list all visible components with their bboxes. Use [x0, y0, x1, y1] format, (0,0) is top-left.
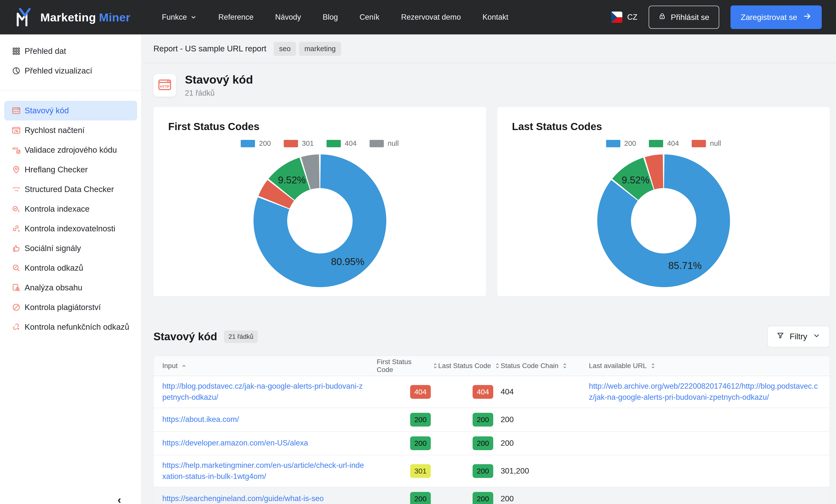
legend-label: 200 [259, 139, 271, 148]
nav-link-funkce[interactable]: Funkce [162, 13, 197, 22]
nav-link-kontakt[interactable]: Kontakt [482, 13, 508, 22]
chevron-down-icon [813, 332, 820, 342]
http-window-icon: HTTP [158, 78, 172, 93]
sidebar-item-kontrola-indexovatelnosti[interactable]: gKontrola indexovatelnosti [0, 219, 141, 238]
report-tags: seomarketing [274, 42, 341, 56]
column-header-first-status-code[interactable]: First Status Code [377, 358, 438, 374]
login-button[interactable]: Přihlásit se [649, 6, 719, 29]
legend-swatch [606, 140, 620, 147]
legend-swatch [284, 140, 298, 147]
sidebar-item-label: Structured Data Checker [24, 185, 114, 194]
filters-button[interactable]: Filtry [767, 326, 830, 347]
column-header-input[interactable]: Input [162, 362, 377, 370]
legend-label: 404 [667, 139, 679, 148]
table-body: http://blog.podstavec.cz/jak-na-google-a… [154, 376, 830, 504]
sidebar-item-anal-za-obsahu[interactable]: Analýza obsahu [0, 278, 141, 297]
sidebar-item-validace-zdrojov-ho-k-du[interactable]: W3CValidace zdrojového kódu [0, 140, 141, 160]
chart-legend: 200404null [497, 139, 830, 148]
sidebar-divider [0, 91, 141, 91]
sidebar-item-label: Kontrola plagiátorství [24, 303, 101, 312]
linksearch-icon [12, 264, 21, 272]
sidebar-item-hreflang-checker[interactable]: Hreflang Checker [0, 160, 141, 179]
locale-code: CZ [627, 13, 637, 22]
nav-link-návody[interactable]: Návody [275, 13, 301, 22]
input-url-link[interactable]: https://developer.amazon.com/en-US/alexa [162, 438, 367, 449]
brand-miner: Miner [99, 11, 131, 24]
pie-icon [12, 66, 21, 75]
legend-item-200: 200 [241, 139, 271, 148]
sidebar-item-stavov-k-d[interactable]: HTTPStavový kód [4, 101, 137, 120]
brokenlink-icon [12, 323, 21, 331]
svg-text:HTTP: HTTP [13, 110, 19, 113]
sidebar-item-structured-data-checker[interactable]: schema.orgStructured Data Checker [0, 179, 141, 199]
input-url-link[interactable]: https://searchengineland.com/guide/what-… [162, 493, 367, 504]
w3c-icon: W3C [12, 146, 21, 154]
first-status-badge: 200 [410, 492, 431, 504]
brand-logo[interactable]: MarketingMiner [14, 8, 130, 26]
sort-ascending-icon [181, 362, 187, 369]
nav-link-blog[interactable]: Blog [323, 13, 338, 22]
legend-item-301: 301 [284, 139, 314, 148]
table-title: Stavový kód [153, 330, 217, 343]
legend-item-null: null [692, 139, 721, 148]
input-url-link[interactable]: http://blog.podstavec.cz/jak-na-google-a… [162, 381, 367, 403]
pin-icon [12, 165, 21, 174]
sidebar-item-p-ehled-vizualizac-[interactable]: Přehled vizualizací [0, 61, 141, 81]
first-status-badge: 301 [410, 464, 431, 478]
sidebar-item-label: Analýza obsahu [24, 283, 82, 292]
input-url-link[interactable]: https://about.ikea.com/ [162, 414, 367, 425]
column-header-last-status-code[interactable]: Last Status Code [438, 362, 501, 370]
legend-swatch [326, 140, 341, 147]
last-status-badge: 200 [473, 492, 493, 504]
sidebar-item-label: Rychlost načtení [24, 125, 84, 135]
sidebar-item-soci-ln-sign-ly[interactable]: Sociální signály [0, 238, 141, 258]
speed-icon [12, 126, 21, 135]
sidebar-item-label: Kontrola indexovatelnosti [24, 224, 115, 233]
legend-label: 200 [624, 139, 636, 148]
sidebar-item-kontrola-plagi-torstv-[interactable]: Kontrola plagiátorství [0, 297, 141, 317]
table-section-header: Stavový kód 21 řádků Filtry [153, 326, 830, 347]
slice-percentage-label: 9.52% [622, 174, 649, 186]
sidebar-item-kontrola-odkaz-[interactable]: Kontrola odkazů [0, 258, 141, 278]
nav-link-ceník[interactable]: Ceník [360, 13, 379, 22]
czech-flag-icon [611, 12, 622, 23]
last-status-codes-card: Last Status Codes 200404null 85.71%9.52% [497, 107, 830, 296]
schema-icon: schema.org [12, 185, 21, 194]
nav-link-rezervovat-demo[interactable]: Rezervovat demo [401, 13, 461, 22]
table-row: https://developer.amazon.com/en-US/alexa… [154, 432, 830, 455]
column-header-status-code-chain[interactable]: Status Code Chain [501, 362, 589, 370]
slice-percentage-label: 85.71% [668, 260, 702, 271]
thumb-icon [12, 244, 21, 253]
locale-switcher[interactable]: CZ [611, 12, 637, 23]
sidebar-collapse-button[interactable]: ‹ [117, 494, 121, 504]
legend-swatch [241, 140, 255, 147]
top-navbar: MarketingMiner FunkceReferenceNávodyBlog… [0, 0, 836, 34]
arrow-right-icon [803, 12, 812, 22]
first-status-badge: 200 [410, 437, 431, 450]
nav-link-reference[interactable]: Reference [218, 13, 253, 22]
sidebar-overview-list: Přehled datPřehled vizualizací [0, 41, 141, 81]
sidebar-item-kontrola-indexace[interactable]: gKontrola indexace [0, 199, 141, 219]
status-code-chain: 200 [501, 434, 589, 452]
page-row-count: 21 řádků [185, 89, 253, 98]
legend-item-200: 200 [606, 139, 636, 148]
legend-swatch [369, 140, 384, 147]
primary-nav: FunkceReferenceNávodyBlogCeníkRezervovat… [162, 13, 508, 22]
sidebar-item-kontrola-nefunk-n-ch-odkaz-[interactable]: Kontrola nefunkčních odkazů [0, 317, 141, 337]
login-label: Přihlásit se [671, 13, 709, 22]
signup-button[interactable]: Zaregistrovat se [730, 5, 822, 29]
input-url-link[interactable]: https://help.marketingminer.com/en-us/ar… [162, 460, 367, 482]
table-row: https://help.marketingminer.com/en-us/ar… [154, 455, 830, 487]
legend-item-404: 404 [649, 139, 679, 148]
sidebar-item-p-ehled-dat[interactable]: Přehled dat [0, 41, 141, 61]
last-available-url-link[interactable]: http://web.archive.org/web/2220082017461… [589, 381, 819, 403]
legend-swatch [692, 140, 706, 147]
column-header-last-available-url[interactable]: Last available URL [589, 362, 821, 370]
sidebar-item-rychlost-na-ten-[interactable]: Rychlost načtení [0, 120, 141, 140]
page-title: Stavový kód [185, 73, 253, 86]
svg-text:W3C: W3C [12, 147, 18, 150]
table-row: https://searchengineland.com/guide/what-… [154, 487, 830, 504]
status-code-chain: 200 [501, 489, 589, 504]
sidebar-item-label: Hreflang Checker [24, 165, 88, 174]
charts-row: First Status Codes 200301404null 80.95%9… [153, 107, 830, 296]
